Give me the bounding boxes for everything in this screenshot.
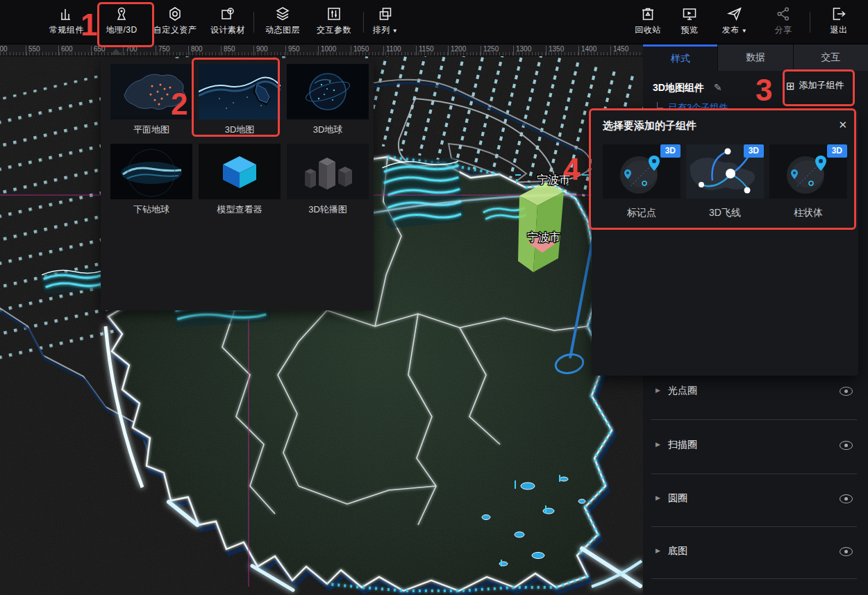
flat-map-thumbnail <box>110 64 192 119</box>
top-toolbar: 常规组件 地理/3D 自定义资产 设计素材 动态图层 交互参数 排列▼ <box>0 0 868 44</box>
chevron-down-icon: ▼ <box>392 28 398 34</box>
tab-data[interactable]: 数据 <box>717 44 792 71</box>
ruler-tick: 850 <box>224 45 235 53</box>
preview-monitor-icon <box>681 6 698 22</box>
ruler-tick: 700 <box>126 45 137 53</box>
share-nodes-icon <box>775 6 792 22</box>
ruler-tick: 1450 <box>613 45 628 53</box>
3d-carousel-thumbnail <box>287 144 369 199</box>
tab-style[interactable]: 样式 <box>643 44 717 71</box>
design-material-icon <box>219 6 236 22</box>
3d-badge: 3D <box>744 144 764 158</box>
add-subcomponent-button[interactable]: ⊞ 添加子组件 <box>786 79 844 92</box>
caret-right-icon: ▶ <box>656 387 660 394</box>
visibility-eye-icon[interactable] <box>840 441 853 450</box>
ruler-tick: 1350 <box>549 45 564 53</box>
toolbar-item-share[interactable]: 分享 <box>753 6 813 36</box>
3d-globe-thumbnail <box>287 64 369 119</box>
section-divider <box>651 578 857 579</box>
horizontal-ruler: 500 550 600 650 700 750 800 850 900 950 … <box>0 44 643 56</box>
ruler-tick: 1000 <box>321 45 336 53</box>
ruler-tick: 1300 <box>516 45 531 53</box>
ruler-tick: 500 <box>0 45 8 53</box>
section-divider <box>651 526 857 527</box>
ruler-tick: 650 <box>94 45 106 53</box>
toolbar-item-exit[interactable]: 退出 <box>809 6 868 36</box>
arrange-icon <box>377 6 394 22</box>
close-icon[interactable]: ✕ <box>838 119 847 131</box>
hexagon-asset-icon <box>167 6 183 22</box>
ruler-tick: 750 <box>158 45 170 53</box>
model-viewer-thumbnail <box>199 144 281 199</box>
dropdown-pointer <box>110 49 122 55</box>
map-pin-icon <box>113 6 130 22</box>
ruler-tick: 800 <box>191 45 203 53</box>
3d-badge: 3D <box>660 144 681 158</box>
ruler-tick: 1100 <box>386 45 401 53</box>
drill-globe-thumbnail <box>110 144 192 199</box>
city-label-2: 宁波市 <box>527 231 560 243</box>
green-column-marker[interactable] <box>518 182 564 272</box>
layers-icon <box>274 6 291 22</box>
ruler-tick: 550 <box>28 45 40 53</box>
paper-plane-icon <box>726 6 743 22</box>
section-scan-ring[interactable]: ▶ 扫描圈 <box>643 434 868 458</box>
tab-interaction[interactable]: 交互 <box>793 44 868 71</box>
menu-item-drill-globe[interactable]: 下钻地球 <box>110 144 192 216</box>
3d-badge: 3D <box>827 144 847 158</box>
visibility-eye-icon[interactable] <box>840 547 853 556</box>
ruler-tick: 1050 <box>353 45 369 53</box>
toolbar-item-components[interactable]: 常规组件 <box>37 6 97 36</box>
section-divider <box>651 419 857 420</box>
visibility-eye-icon[interactable] <box>840 387 853 396</box>
toolbar-item-arrange[interactable]: 排列▼ <box>356 6 415 36</box>
flyline-thumbnail: 3D <box>686 144 764 199</box>
geo-component-menu: 平面地图 3D地图 <box>101 58 374 310</box>
ruler-tick: 950 <box>288 45 300 53</box>
popup-item-column-body[interactable]: 3D 柱状体 <box>769 144 847 219</box>
column-body-thumbnail: 3D <box>769 144 847 199</box>
popup-title: 选择要添加的子组件 <box>603 119 696 133</box>
ruler-tick: 1400 <box>581 45 596 53</box>
add-subcomponent-popup: 选择要添加的子组件 ✕ 3D 标记点 <box>592 110 858 376</box>
menu-item-3d-map[interactable]: 3D地图 <box>199 64 281 136</box>
component-title: 3D地图组件 <box>653 82 704 94</box>
ruler-tick: 1250 <box>483 45 499 53</box>
section-circle[interactable]: ▶ 圆圈 <box>643 487 868 511</box>
panel-tabs: 样式 数据 交互 <box>643 44 868 71</box>
section-light-dot-ring[interactable]: ▶ 光点圈 <box>643 380 868 403</box>
visibility-eye-icon[interactable] <box>840 494 853 503</box>
toolbar-item-custom-assets[interactable]: 自定义资产 <box>145 6 205 36</box>
sliders-icon <box>326 6 342 22</box>
section-base-map[interactable]: ▶ 底图 <box>643 540 868 564</box>
marker-point-thumbnail: 3D <box>603 144 681 199</box>
popup-item-marker-point[interactable]: 3D 标记点 <box>603 144 681 219</box>
popup-item-3d-flyline[interactable]: 3D 3D飞线 <box>686 144 764 219</box>
bar-chart-icon <box>58 6 75 22</box>
3d-map-thumbnail <box>199 64 281 119</box>
ruler-tick: 1200 <box>451 45 466 53</box>
menu-item-3d-globe[interactable]: 3D地球 <box>287 64 369 136</box>
caret-right-icon: ▶ <box>656 547 660 554</box>
menu-item-flat-map[interactable]: 平面地图 <box>110 64 192 136</box>
ruler-tick: 1150 <box>419 45 434 53</box>
toolbar-item-design-material[interactable]: 设计素材 <box>198 6 258 36</box>
caret-right-icon: ▶ <box>656 494 660 501</box>
section-divider <box>651 474 857 474</box>
menu-item-3d-carousel[interactable]: 3D轮播图 <box>287 144 369 216</box>
city-label-1: 宁波市 <box>537 174 570 185</box>
trash-icon <box>640 6 656 22</box>
edit-pencil-icon[interactable]: ✎ <box>714 82 722 93</box>
menu-item-model-viewer[interactable]: 模型查看器 <box>199 144 281 216</box>
tree-branch-icon <box>657 102 663 108</box>
add-box-icon: ⊞ <box>786 81 795 91</box>
caret-right-icon: ▶ <box>656 441 660 448</box>
ruler-tick: 900 <box>256 45 268 53</box>
ruler-tick: 600 <box>61 45 73 53</box>
chevron-down-icon: ▼ <box>742 28 747 34</box>
toolbar-item-geo3d[interactable]: 地理/3D <box>92 6 151 36</box>
exit-icon <box>831 6 847 22</box>
editor-window: 宁波市 宁波市 常规组件 地理/3D 自定义资产 设计素材 动态图层 <box>0 0 868 595</box>
